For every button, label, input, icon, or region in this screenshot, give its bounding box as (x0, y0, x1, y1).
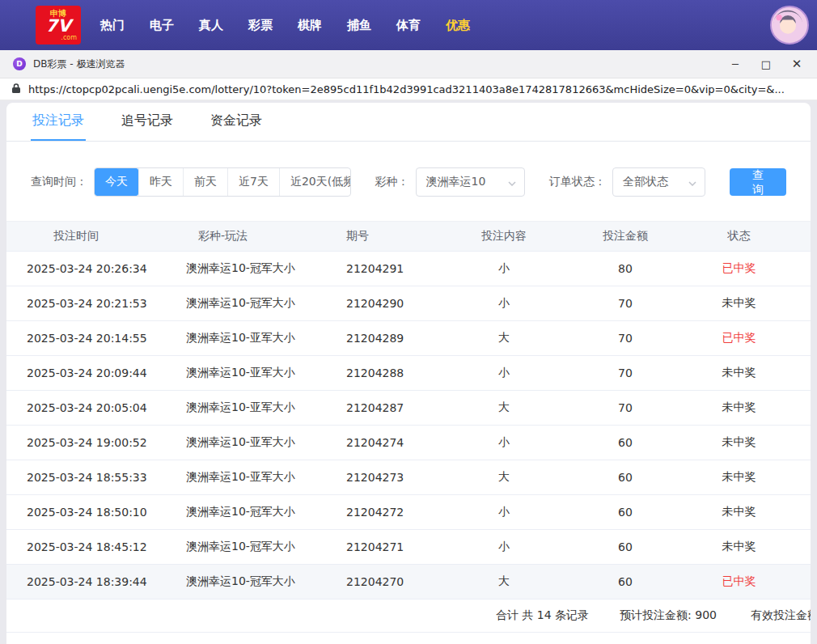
cell-status: 已中奖 (686, 321, 811, 356)
top-navbar: 申博 7V .com 热门电子真人彩票棋牌捕鱼体育优惠 (0, 0, 817, 50)
cell-status: 未中奖 (686, 286, 811, 321)
cell-bet-time: 2025-03-24 20:21:53 (6, 286, 168, 321)
header-issue-number: 期号 (322, 222, 443, 252)
page-background: 投注记录追号记录资金记录 查询时间： 今天昨天前天近7天近20天(低频) 彩种：… (0, 100, 817, 644)
cell-bet-amount: 60 (565, 495, 686, 530)
lottery-select-value: 澳洲幸运10 (426, 175, 486, 189)
window-controls: ─ □ ✕ (720, 53, 812, 75)
time-option[interactable]: 近20天(低频) (279, 168, 351, 196)
cell-bet-content: 大 (443, 460, 565, 495)
cell-bet-content: 大 (443, 321, 565, 356)
cell-bet-content: 小 (443, 286, 565, 321)
user-avatar[interactable] (770, 6, 809, 44)
nav-item[interactable]: 彩票 (248, 10, 273, 41)
chevron-down-icon (508, 176, 516, 189)
cell-bet-amount: 70 (565, 356, 686, 391)
table-row: 2025-03-24 20:26:34 澳洲幸运10-冠军大小 21204291… (6, 252, 811, 286)
logo-text-bottom: .com (61, 35, 77, 41)
tab[interactable]: 资金记录 (209, 103, 264, 141)
cell-game-type: 澳洲幸运10-冠军大小 (168, 286, 322, 321)
order-status-select[interactable]: 全部状态 (612, 167, 705, 197)
lottery-select[interactable]: 澳洲幸运10 (416, 167, 525, 197)
cell-game-type: 澳洲幸运10-亚军大小 (168, 391, 322, 426)
cell-bet-amount: 70 (565, 286, 686, 321)
table-row: 2025-03-24 18:45:12 澳洲幸运10-冠军大小 21204271… (6, 530, 811, 565)
time-option[interactable]: 前天 (183, 168, 227, 196)
cell-bet-amount: 60 (565, 426, 686, 460)
search-button[interactable]: 查询 (730, 168, 786, 196)
close-icon[interactable]: ✕ (781, 53, 812, 75)
header-bet-time: 投注时间 (6, 222, 168, 252)
cell-game-type: 澳洲幸运10-亚军大小 (168, 426, 322, 460)
minimize-icon[interactable]: ─ (720, 53, 751, 75)
lock-icon (11, 82, 21, 97)
cell-game-type: 澳洲幸运10-冠军大小 (168, 565, 322, 600)
cell-game-type: 澳洲幸运10-亚军大小 (168, 460, 322, 495)
table-row: 2025-03-24 18:55:33 澳洲幸运10-亚军大小 21204273… (6, 460, 811, 495)
cell-issue-number: 21204270 (322, 565, 443, 600)
nav-item[interactable]: 体育 (396, 10, 421, 41)
nav-item[interactable]: 优惠 (446, 10, 470, 41)
time-option[interactable]: 今天 (95, 168, 138, 196)
cell-status: 未中奖 (686, 391, 811, 426)
time-option[interactable]: 昨天 (138, 168, 183, 196)
cell-issue-number: 21204287 (322, 391, 443, 426)
summary-valid-amount: 有效投注金额: (751, 608, 811, 623)
record-tabs: 投注记录追号记录资金记录 (6, 103, 811, 142)
window-title: DB彩票 - 极速浏览器 (33, 57, 125, 71)
address-bar[interactable]: https://ctopcp02pcali.uengi5e.com/lotter… (0, 78, 817, 100)
cell-bet-time: 2025-03-24 19:00:52 (6, 426, 168, 460)
header-status: 状态 (686, 222, 811, 252)
cell-status: 已中奖 (686, 252, 811, 286)
browser-titlebar: D DB彩票 - 极速浏览器 ─ □ ✕ (0, 50, 817, 78)
cell-bet-amount: 70 (565, 321, 686, 356)
cell-bet-content: 大 (443, 391, 565, 426)
app-icon: D (13, 57, 26, 70)
cell-bet-content: 小 (443, 252, 565, 286)
filter-bar: 查询时间： 今天昨天前天近7天近20天(低频) 彩种： 澳洲幸运10 订单状态：… (6, 142, 811, 221)
content-card: 投注记录追号记录资金记录 查询时间： 今天昨天前天近7天近20天(低频) 彩种：… (6, 103, 811, 644)
table-row: 2025-03-24 20:14:55 澳洲幸运10-亚军大小 21204289… (6, 321, 811, 356)
cell-game-type: 澳洲幸运10-亚军大小 (168, 321, 322, 356)
time-range-group: 今天昨天前天近7天近20天(低频) (94, 167, 351, 197)
bet-table-body: 2025-03-24 20:26:34 澳洲幸运10-冠军大小 21204291… (6, 252, 811, 600)
cell-status: 未中奖 (686, 495, 811, 530)
summary-total: 合计 共 14 条记录 (496, 608, 589, 623)
table-row: 2025-03-24 19:00:52 澳洲幸运10-亚军大小 21204274… (6, 426, 811, 460)
cell-game-type: 澳洲幸运10-亚军大小 (168, 356, 322, 391)
cell-issue-number: 21204272 (322, 495, 443, 530)
nav-item[interactable]: 电子 (150, 10, 174, 41)
tab[interactable]: 投注记录 (31, 103, 86, 141)
cell-issue-number: 21204291 (322, 252, 443, 286)
url-text[interactable]: https://ctopcp02pcali.uengi5e.com/lotter… (28, 83, 785, 95)
lottery-filter-label: 彩种： (375, 175, 409, 189)
cell-status: 未中奖 (686, 356, 811, 391)
order-status-value: 全部状态 (623, 175, 668, 189)
site-logo[interactable]: 申博 7V .com (36, 6, 81, 44)
nav-item[interactable]: 棋牌 (298, 10, 322, 41)
cell-bet-time: 2025-03-24 18:45:12 (6, 530, 168, 565)
cell-issue-number: 21204274 (322, 426, 443, 460)
cell-bet-amount: 60 (565, 565, 686, 600)
nav-item[interactable]: 热门 (100, 10, 125, 41)
bet-records-table: 投注时间 彩种-玩法 期号 投注内容 投注金额 状态 2025-03-24 20… (6, 221, 811, 600)
header-bet-content: 投注内容 (443, 222, 565, 252)
chevron-down-icon (688, 176, 696, 189)
cell-bet-amount: 70 (565, 391, 686, 426)
cell-bet-content: 大 (443, 565, 565, 600)
cell-bet-time: 2025-03-24 18:39:44 (6, 565, 168, 600)
cell-issue-number: 21204288 (322, 356, 443, 391)
nav-item[interactable]: 捕鱼 (347, 10, 371, 41)
tab[interactable]: 追号记录 (120, 103, 175, 141)
cell-issue-number: 21204273 (322, 460, 443, 495)
cell-bet-time: 2025-03-24 20:05:04 (6, 391, 168, 426)
cell-bet-content: 小 (443, 495, 565, 530)
time-option[interactable]: 近7天 (227, 168, 279, 196)
cell-bet-content: 小 (443, 530, 565, 565)
table-row: 2025-03-24 20:21:53 澳洲幸运10-冠军大小 21204290… (6, 286, 811, 321)
maximize-icon[interactable]: □ (751, 53, 781, 75)
bet-table-header: 投注时间 彩种-玩法 期号 投注内容 投注金额 状态 (6, 222, 811, 252)
table-row: 2025-03-24 20:05:04 澳洲幸运10-亚军大小 21204287… (6, 391, 811, 426)
cell-bet-time: 2025-03-24 18:55:33 (6, 460, 168, 495)
nav-item[interactable]: 真人 (199, 10, 223, 41)
